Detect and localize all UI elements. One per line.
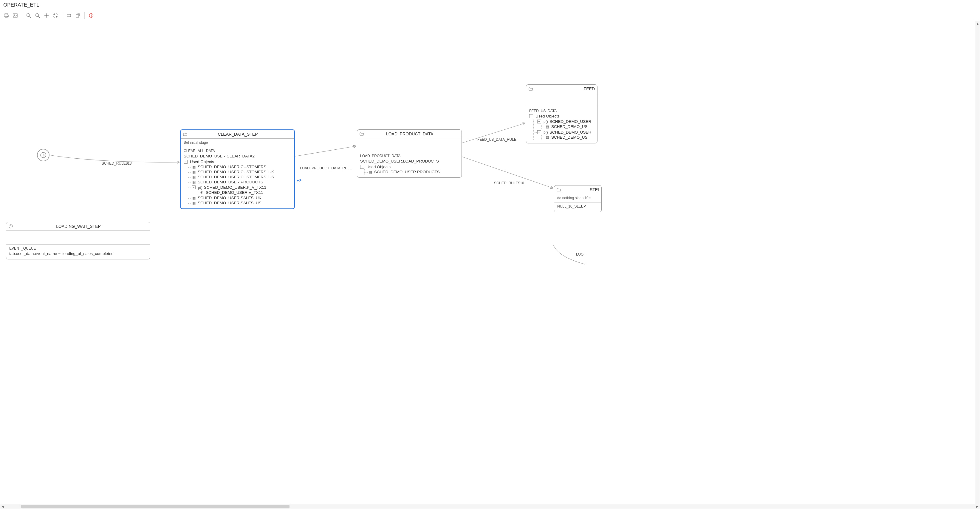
svg-rect-16 [67, 14, 71, 17]
edge-label-load-product-data-rule: LOAD_PRODUCT_DATA_RULE [300, 166, 352, 170]
toolbar-separator [62, 12, 62, 19]
node-loading-wait-step[interactable]: LOADING_WAIT_STEP EVENT_QUEUE tab.user_d… [6, 222, 150, 259]
svg-line-14 [54, 14, 55, 15]
svg-rect-1 [4, 15, 8, 17]
section-label: LOAD_PRODUCT_DATA [360, 154, 458, 158]
fit-button[interactable] [51, 11, 60, 20]
table-icon: ▦ [192, 201, 196, 205]
print-button[interactable] [2, 11, 10, 20]
section-label: CLEAR_ALL_DATA [184, 149, 291, 153]
edge-label-sched-rule-13: SCHED_RULE$13 [102, 161, 132, 165]
used-object: ▦SCHED_DEMO_USER.SALES_UK [192, 195, 291, 200]
procedure-icon: p() [544, 130, 548, 135]
used-object: ▦SCHED_DEMO_USER.PRODUCTS [192, 180, 291, 185]
zoom-in-button[interactable] [24, 11, 33, 20]
rectangle-icon [67, 13, 71, 18]
tree-root-used-objects[interactable]: −Used Objects [360, 164, 458, 169]
scroll-left-arrow[interactable]: ◀ [0, 504, 5, 509]
procedure-icon: p() [198, 186, 202, 190]
start-arrow-icon [40, 152, 46, 158]
fit-icon [53, 13, 58, 18]
node-title: CLEAR_DATA_STEP [190, 132, 285, 137]
edges-layer [0, 21, 656, 337]
zoom-in-icon [26, 13, 31, 18]
used-object: ▦SCHED_DEMO_USER.SALES_US [192, 200, 291, 205]
folder-icon [360, 132, 364, 136]
table-icon: ▦ [192, 175, 196, 179]
edge-label-loop: LOOF [576, 252, 586, 256]
svg-line-15 [56, 16, 57, 17]
diagram-canvas[interactable]: SCHED_RULE$13 LOAD_PRODUCT_DATA_RULE FEE… [0, 21, 980, 504]
used-object: ▦SCHED_DEMO_USER.CUSTOMERS_UK [192, 169, 291, 175]
view-object: 👁SCHED_DEMO_USER.V_TX11 [200, 190, 291, 195]
clock-icon [9, 224, 13, 228]
print-icon [4, 13, 9, 18]
layout-button[interactable] [65, 11, 73, 20]
collapse-icon[interactable]: − [537, 130, 541, 134]
collapse-icon[interactable]: − [184, 160, 188, 164]
folder-icon [528, 87, 533, 91]
scrollbar-thumb[interactable] [21, 505, 290, 508]
node-clear-data-step[interactable]: CLEAR_DATA_STEP Set initial stage CLEAR_… [180, 129, 295, 209]
used-object: ▦SCHED_DEMO_US [545, 135, 594, 140]
collapse-icon[interactable]: − [537, 119, 541, 124]
node-title: FEED [536, 86, 595, 91]
vertical-scrollbar[interactable]: ▲ [975, 21, 980, 504]
section-label: FEED_US_DATA [529, 109, 594, 113]
zoom-out-button[interactable] [33, 11, 42, 20]
reconnect-handle-icon[interactable]: ↝ [296, 177, 302, 184]
image-export-icon [13, 13, 18, 18]
used-object: ▦SCHED_DEMO_US [545, 124, 594, 129]
scroll-up-arrow[interactable]: ▲ [975, 21, 980, 26]
node-title: STEI [564, 187, 599, 192]
start-node[interactable] [37, 149, 49, 161]
node-title: LOADING_WAIT_STEP [16, 224, 141, 229]
collapse-icon[interactable]: − [529, 114, 533, 118]
tree-root-used-objects[interactable]: −Used Objects [529, 114, 594, 119]
main-object: SCHED_DEMO_USER.CLEAR_DATA2 [184, 154, 291, 159]
horizontal-scrollbar[interactable]: ◀ ▶ [0, 504, 980, 509]
export-image-button[interactable] [11, 11, 19, 20]
condition-text: tab.user_data.event_name = 'loading_of_s… [9, 251, 147, 256]
edge-label-feed-us-data-rule: FEED_US_DATA_RULE [477, 137, 516, 142]
folder-icon [557, 188, 561, 192]
procedure-node[interactable]: −p()SCHED_DEMO_USER [537, 130, 594, 135]
edge-label-sched-rule-10: SCHED_RULE$10 [494, 181, 524, 185]
collapse-icon[interactable]: − [192, 186, 196, 189]
warning-icon [89, 13, 94, 18]
svg-line-21 [296, 146, 356, 156]
scroll-right-arrow[interactable]: ▶ [975, 504, 980, 509]
pan-button[interactable] [42, 11, 51, 20]
main-object: SCHED_DEMO_USER.LOAD_PRODUCTS [360, 159, 458, 164]
table-icon: ▦ [192, 165, 196, 169]
node-subtitle [357, 138, 461, 152]
zoom-out-icon [35, 13, 40, 18]
node-load-product-data[interactable]: LOAD_PRODUCT_DATA LOAD_PRODUCT_DATA SCHE… [357, 129, 462, 178]
used-object: ▦SCHED_DEMO_USER.CUSTOMERS [192, 164, 291, 169]
node-title: LOAD_PRODUCT_DATA [367, 132, 453, 136]
warning-button[interactable] [87, 11, 95, 20]
svg-line-10 [38, 16, 40, 18]
procedure-node[interactable]: −p()SCHED_DEMO_USER.P_V_TX11 [192, 185, 291, 190]
open-external-icon [75, 13, 80, 18]
app-window: OPERATE_ETL [0, 0, 980, 509]
collapse-icon[interactable]: − [360, 165, 364, 169]
pan-icon [44, 13, 49, 18]
node-feed[interactable]: FEED FEED_US_DATA −Used Objects −p()SCHE… [526, 84, 598, 143]
table-icon: ▦ [192, 170, 196, 174]
page-title: OPERATE_ETL [0, 0, 980, 10]
toolbar-separator [84, 12, 85, 19]
toolbar-separator [22, 12, 22, 19]
procedure-node[interactable]: −p()SCHED_DEMO_USER [537, 119, 594, 124]
table-icon: ▦ [368, 170, 372, 174]
toolbar [0, 10, 980, 21]
folder-icon [183, 132, 187, 136]
node-step-sleep[interactable]: STEI do nothing sleep 10 s NULL_10_SLEEP [554, 185, 601, 212]
used-object: ▦SCHED_DEMO_USER.PRODUCTS [368, 169, 458, 175]
node-subtitle [6, 231, 150, 245]
used-object: ▦SCHED_DEMO_USER.CUSTOMERS_US [192, 175, 291, 180]
procedure-icon: p() [544, 119, 548, 124]
tree-root-used-objects[interactable]: −Used Objects [184, 159, 291, 164]
open-external-button[interactable] [74, 11, 82, 20]
svg-line-6 [30, 16, 31, 18]
